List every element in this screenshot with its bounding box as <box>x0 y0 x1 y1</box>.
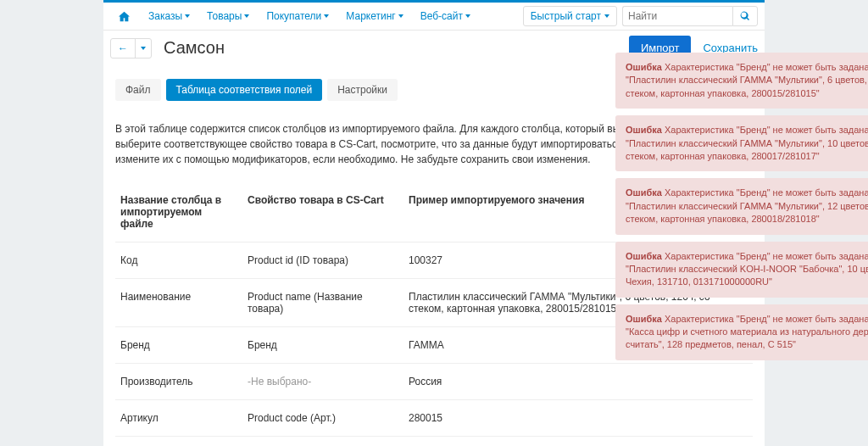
cell-column: Бренд <box>115 327 242 364</box>
alert-error: Ошибка Характеристика "Бренд" не может б… <box>615 304 868 360</box>
cell-column: Ваша цена <box>115 437 242 447</box>
th-file-column: Название столбца в импортируемом файле <box>115 187 242 243</box>
chevron-down-icon <box>398 14 403 18</box>
nav-item[interactable]: Покупатели <box>258 5 337 27</box>
alert-error: Ошибка Характеристика "Бренд" не может б… <box>615 242 868 298</box>
th-property: Свойство товара в CS-Cart <box>242 187 403 243</box>
page-title: Самсон <box>164 38 225 58</box>
notifications: Ошибка Характеристика "Бренд" не может б… <box>615 53 868 360</box>
alert-label: Ошибка <box>626 187 662 198</box>
nav-item[interactable]: Товары <box>198 5 258 27</box>
home-icon[interactable] <box>110 6 138 27</box>
alert-label: Ошибка <box>626 125 662 135</box>
top-nav: ЗаказыТоварыПокупателиМаркетингВеб-сайт … <box>103 0 765 31</box>
chevron-down-icon <box>244 14 249 18</box>
nav-label: Заказы <box>148 10 182 22</box>
cell-property[interactable]: Product name (Название товара) <box>242 279 403 327</box>
cell-property[interactable]: Product code (Арт.) <box>242 400 403 437</box>
alert-message: Характеристика "Бренд" не может быть зад… <box>626 251 868 287</box>
chevron-down-icon <box>141 47 146 50</box>
alert-error: Ошибка Характеристика "Бренд" не может б… <box>615 178 868 234</box>
cell-column: Код <box>115 243 242 279</box>
alert-label: Ошибка <box>626 314 662 324</box>
alert-error: Ошибка Характеристика "Бренд" не может б… <box>615 115 868 171</box>
quickstart-button[interactable]: Быстрый старт <box>523 6 617 26</box>
search-button[interactable] <box>732 6 758 26</box>
alert-label: Ошибка <box>626 62 662 72</box>
alert-message: Характеристика "Бренд" не может быть зад… <box>626 125 868 161</box>
cell-property[interactable]: Price (Цена) <box>242 437 403 447</box>
chevron-down-icon <box>604 14 609 18</box>
cell-property[interactable]: Бренд <box>242 327 403 364</box>
table-row: АртикулProduct code (Арт.)280015 <box>115 400 753 437</box>
search-input[interactable] <box>622 6 732 26</box>
table-row: Ваша ценаPrice (Цена)44,99 <box>115 437 753 447</box>
nav-label: Покупатели <box>266 10 321 22</box>
alert-message: Характеристика "Бренд" не может быть зад… <box>626 62 868 98</box>
nav-label: Веб-сайт <box>420 10 463 22</box>
table-row: Производитель-Не выбрано-Россия <box>115 364 753 400</box>
chevron-down-icon <box>185 14 190 18</box>
cell-column: Наименование <box>115 279 242 327</box>
cell-example: Россия <box>403 364 753 400</box>
cell-example: 280015 <box>403 400 753 437</box>
nav-item[interactable]: Заказы <box>140 5 198 27</box>
nav-label: Товары <box>207 10 242 22</box>
alert-message: Характеристика "Бренд" не может быть зад… <box>626 314 868 350</box>
back-dropdown[interactable] <box>135 39 151 58</box>
alert-label: Ошибка <box>626 251 662 261</box>
cell-column: Артикул <box>115 400 242 437</box>
nav-item[interactable]: Маркетинг <box>337 5 411 27</box>
back-button[interactable]: ← <box>111 39 135 58</box>
alert-message: Характеристика "Бренд" не может быть зад… <box>626 187 868 224</box>
alert-error: Ошибка Характеристика "Бренд" не может б… <box>615 53 868 109</box>
cell-property[interactable]: Product id (ID товара) <box>242 243 403 279</box>
tab-file[interactable]: Файл <box>115 79 161 101</box>
cell-column: Производитель <box>115 364 242 400</box>
nav-label: Маркетинг <box>346 10 395 22</box>
chevron-down-icon <box>465 14 470 18</box>
tab-mapping[interactable]: Таблица соответствия полей <box>166 79 323 101</box>
cell-example: 44,99 <box>403 437 753 447</box>
tab-settings[interactable]: Настройки <box>327 79 398 101</box>
cell-property[interactable]: -Не выбрано- <box>242 364 403 400</box>
nav-item[interactable]: Веб-сайт <box>412 5 479 27</box>
chevron-down-icon <box>324 14 329 18</box>
